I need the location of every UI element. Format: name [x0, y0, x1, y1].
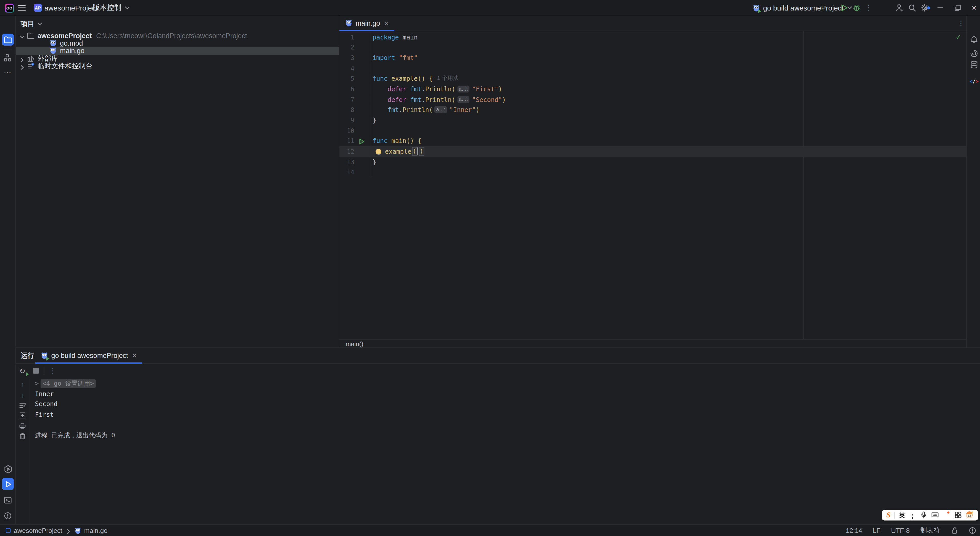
debug-button[interactable] — [851, 0, 861, 16]
ai-assistant-button[interactable] — [968, 48, 980, 59]
code-area[interactable]: 1package main23import "fmt"45func exampl… — [339, 31, 966, 339]
more-actions-button[interactable]: ⋮ — [864, 0, 873, 16]
tab-main-go[interactable]: main.go × — [339, 16, 394, 31]
tree-row-临时文件和控制台[interactable]: 临时文件和控制台 — [16, 62, 339, 70]
code-line-13[interactable]: 13} — [339, 157, 966, 167]
clear-all-icon[interactable] — [16, 431, 29, 441]
chevron-right-icon[interactable] — [19, 64, 25, 69]
run-gutter-icon[interactable] — [356, 136, 371, 146]
chevron-right-icon[interactable] — [19, 56, 25, 61]
inspection-profile-icon[interactable] — [969, 527, 976, 534]
ime-punctuation-toggle[interactable]: ； — [909, 512, 916, 519]
editor-tabs-menu-button[interactable]: ⋮ — [958, 16, 964, 31]
code-line-3[interactable]: 3import "fmt" — [339, 53, 966, 63]
sogou-logo-icon[interactable]: S — [886, 511, 891, 520]
code-line-1[interactable]: 1package main — [339, 32, 966, 42]
main-menu-button[interactable] — [18, 0, 27, 16]
ime-language-toggle[interactable]: 英 — [899, 511, 905, 520]
database-button[interactable] — [968, 59, 980, 70]
console-command-line[interactable]: ><4 go 设置调用> — [35, 379, 115, 389]
intention-bulb-icon[interactable] — [376, 149, 381, 154]
line-number: 11 — [339, 138, 356, 145]
tree-row-go.mod[interactable]: go.mod — [16, 40, 339, 47]
ime-keyboard-icon[interactable] — [931, 510, 939, 521]
title-bar: GO AP awesomeProject 版本控制 go build aweso… — [0, 0, 980, 16]
readonly-lock-icon[interactable] — [951, 527, 958, 534]
chevron-down-icon[interactable] — [19, 33, 25, 38]
project-panel-header[interactable]: 项目 — [21, 19, 42, 28]
line-number: 1 — [339, 33, 356, 40]
fold-expand-icon[interactable]: > — [35, 380, 39, 387]
code-line-7[interactable]: 7 defer fmt.Println(a…:"Second") — [339, 94, 966, 105]
more-tool-windows-button[interactable]: ⋯ — [2, 66, 14, 78]
encoding-widget[interactable]: UTF-8 — [891, 527, 910, 534]
ime-mic-icon[interactable] — [920, 510, 927, 521]
scratch-icon — [27, 62, 34, 70]
indent-widget[interactable]: 制表符 — [920, 526, 940, 535]
run-button[interactable] — [839, 0, 849, 16]
project-tool-button[interactable] — [2, 34, 14, 46]
run-configuration-selector[interactable]: go build awesomeProject — [752, 0, 852, 16]
sogou-input-bar: S 英 ； — [882, 510, 978, 520]
vcs-menu[interactable]: 版本控制 — [92, 0, 130, 16]
up-stack-trace-icon[interactable]: ↑ — [16, 379, 29, 390]
settings-button[interactable] — [919, 0, 930, 16]
code-line-11[interactable]: 11func main() { — [339, 136, 966, 146]
run-tab-close-icon[interactable]: × — [132, 352, 137, 359]
tree-row-main.go[interactable]: main.go — [16, 47, 339, 55]
run-panel-title: 运行 — [21, 348, 34, 364]
run-tool-button[interactable] — [2, 478, 14, 490]
rerun-button[interactable]: ↻ — [19, 366, 28, 375]
console-output[interactable]: ><4 go 设置调用>InnerSecondFirst 进程 已完成，退出代码… — [35, 379, 115, 441]
tree-row-外部库[interactable]: 外部库 — [16, 55, 339, 62]
folded-command-text[interactable]: <4 go 设置调用> — [41, 379, 96, 388]
run-more-button[interactable]: ⋮ — [49, 367, 56, 375]
status-breadcrumb[interactable]: awesomeProject main.go — [6, 527, 107, 534]
run-tab[interactable]: go build awesomeProject × — [35, 348, 142, 364]
minimize-button[interactable] — [934, 0, 947, 16]
gopher-icon — [345, 19, 352, 26]
close-button[interactable]: × — [968, 0, 980, 16]
line-separator-widget[interactable]: LF — [873, 527, 881, 534]
soft-wrap-icon[interactable] — [16, 400, 29, 410]
down-stack-trace-icon[interactable]: ↓ — [16, 390, 29, 400]
tree-row-awesomeProject[interactable]: awesomeProjectC:\Users\meowr\GolandProje… — [16, 32, 339, 40]
search-everywhere-button[interactable] — [906, 0, 918, 16]
code-with-me-button[interactable] — [894, 0, 905, 16]
code-tags-button[interactable]: </> — [968, 76, 980, 87]
gopher-icon — [49, 47, 57, 54]
line-number: 14 — [339, 169, 356, 176]
code-line-2[interactable]: 2 — [339, 42, 966, 53]
scroll-to-end-icon[interactable] — [16, 410, 29, 421]
code-line-14[interactable]: 14 — [339, 167, 966, 178]
gutter — [356, 32, 371, 42]
code-line-6[interactable]: 6 defer fmt.Println(a…:"First") — [339, 84, 966, 94]
services-tool-button[interactable] — [2, 463, 14, 475]
goland-logo-icon: GO — [5, 4, 14, 13]
stop-button[interactable] — [33, 368, 39, 374]
parameter-hint-chip: a…: — [457, 96, 469, 103]
maximize-button[interactable] — [951, 0, 964, 16]
tab-close-icon[interactable]: × — [384, 19, 388, 26]
print-icon[interactable] — [16, 421, 29, 431]
code-line-9[interactable]: 9} — [339, 115, 966, 126]
code-line-4[interactable]: 4 — [339, 63, 966, 73]
ime-skin-icon[interactable] — [943, 510, 950, 521]
code-line-12[interactable]: 12example() — [339, 146, 966, 157]
structure-tool-button[interactable] — [2, 52, 14, 64]
notifications-button[interactable] — [968, 34, 980, 46]
ime-toolbox-icon[interactable] — [954, 510, 961, 521]
code-line-5[interactable]: 5func example() {1 个用法 — [339, 73, 966, 84]
breadcrumb[interactable]: main() — [346, 340, 363, 347]
problems-tool-button[interactable] — [2, 510, 14, 522]
caret-position-widget[interactable]: 12:14 — [846, 527, 862, 534]
project-avatar[interactable]: AP — [34, 4, 42, 12]
ime-emoji-icon[interactable] — [966, 510, 974, 521]
code-text: example() — [371, 147, 425, 156]
project-panel-title: 项目 — [21, 19, 34, 29]
code-line-8[interactable]: 8 fmt.Println(a…:"Inner") — [339, 105, 966, 115]
run-tool-window: 运行 go build awesomeProject × ↻ ⋮ ↑ ↓ ><4… — [16, 347, 980, 524]
code-text: defer fmt.Println(a…:"First") — [371, 86, 502, 92]
terminal-tool-button[interactable] — [2, 494, 14, 506]
code-line-10[interactable]: 10 — [339, 126, 966, 136]
